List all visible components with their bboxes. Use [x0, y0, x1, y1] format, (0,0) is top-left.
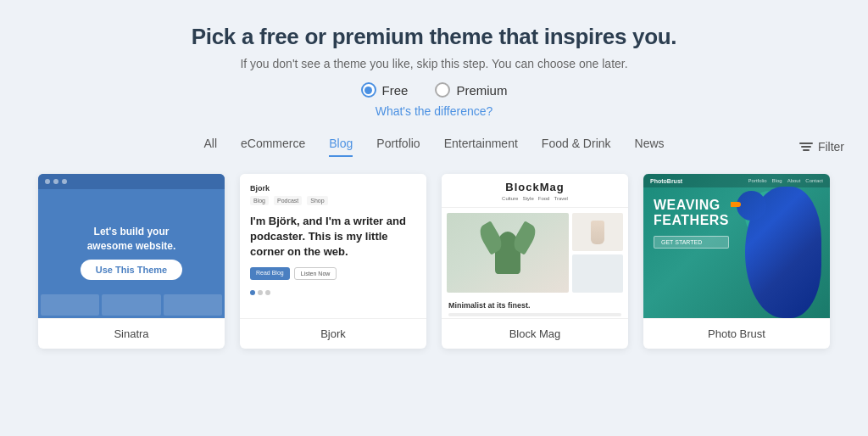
- theme-card-sinatra: Let's build yourawesome website. Use Thi…: [38, 174, 225, 349]
- tab-entertainment[interactable]: Entertainment: [444, 137, 518, 157]
- radio-premium-circle: [435, 82, 450, 98]
- tab-news[interactable]: News: [635, 137, 665, 157]
- radio-premium[interactable]: Premium: [435, 82, 507, 98]
- theme-type-radio-group: Free Premium: [361, 82, 508, 98]
- blockmag-caption: Minimalist at its finest.: [442, 298, 628, 313]
- filter-button[interactable]: Filter: [793, 137, 851, 157]
- blockmag-nav: Culture Style Food Travel: [452, 193, 618, 204]
- sinatra-grid-2: [102, 294, 160, 316]
- theme-card-blockmag: BlockMag Culture Style Food Travel: [442, 174, 628, 349]
- sinatra-dot-1: [45, 179, 50, 184]
- photobrust-nav-2: Blog: [772, 178, 782, 183]
- blockmag-sidebar-top: [572, 213, 623, 251]
- photobrust-content: WEAVINGFEATHERS GET STARTED: [654, 198, 729, 249]
- bjork-dots: [250, 290, 416, 295]
- bjork-btn-secondary[interactable]: Listen Now: [294, 267, 337, 280]
- tab-blog[interactable]: Blog: [329, 137, 353, 157]
- page-wrapper: Pick a free or premium theme that inspir…: [0, 0, 868, 436]
- bjork-heading: I'm Björk, and I'm a writer and podcaste…: [250, 214, 416, 260]
- bjork-logo: Bjork: [250, 184, 416, 193]
- blockmag-line-1: [448, 313, 621, 316]
- photobrust-header: PhotoBrust Portfolio Blog About Contact: [643, 174, 830, 187]
- bjork-nav-2: Podcast: [274, 196, 302, 205]
- photobrust-logo: PhotoBrust: [650, 178, 682, 184]
- photobrust-nav-3: About: [787, 178, 801, 183]
- blockmag-nav-4: Travel: [554, 196, 567, 201]
- photobrust-preview: PhotoBrust Portfolio Blog About Contact …: [643, 174, 830, 318]
- theme-card-photobrust: PhotoBrust Portfolio Blog About Contact …: [643, 174, 830, 349]
- blockmag-nav-3: Food: [538, 196, 550, 201]
- bjork-dot-2: [258, 290, 263, 295]
- sinatra-footer-grid: [38, 292, 225, 318]
- bjork-dot-3: [265, 290, 270, 295]
- radio-premium-label: Premium: [456, 83, 507, 98]
- tab-ecommerce[interactable]: eCommerce: [241, 137, 305, 157]
- filter-nav: All eCommerce Blog Portfolio Entertainme…: [17, 137, 851, 157]
- radio-free[interactable]: Free: [361, 82, 409, 98]
- bjork-button-row: Read Blog Listen Now: [250, 267, 416, 280]
- theme-card-bjork: Bjork Blog Podcast Shop I'm Björk, and I…: [240, 174, 426, 349]
- bird-beak: [731, 202, 741, 207]
- photobrust-nav-4: Contact: [805, 178, 823, 183]
- tab-portfolio[interactable]: Portfolio: [376, 137, 420, 157]
- sinatra-grid-1: [41, 294, 99, 316]
- blockmag-sidebar-bottom: [572, 254, 623, 293]
- sinatra-text: Let's build yourawesome website.: [87, 225, 176, 254]
- bjork-nav-1: Blog: [250, 196, 269, 205]
- sinatra-label: Sinatra: [38, 318, 225, 349]
- blockmag-hero-image: [447, 213, 569, 293]
- photobrust-cta-button[interactable]: GET STARTED: [654, 236, 729, 249]
- sinatra-grid-3: [164, 294, 222, 316]
- sinatra-dot-2: [53, 179, 58, 184]
- blockmag-sidebar: [572, 213, 623, 293]
- bjork-preview: Bjork Blog Podcast Shop I'm Björk, and I…: [240, 174, 426, 318]
- difference-link[interactable]: What's the difference?: [376, 104, 493, 118]
- photobrust-label: Photo Brust: [643, 318, 830, 349]
- blockmag-header: BlockMag Culture Style Food Travel: [442, 174, 628, 208]
- blockmag-label: Block Mag: [442, 318, 628, 349]
- radio-free-label: Free: [382, 83, 409, 98]
- sinatra-header-bar: [38, 174, 225, 189]
- photobrust-header-nav: Portfolio Blog About Contact: [748, 178, 823, 183]
- blockmag-nav-2: Style: [522, 196, 533, 201]
- sinatra-dot-3: [62, 179, 67, 184]
- blockmag-main: [442, 208, 628, 298]
- bjork-dot-1: [250, 290, 255, 295]
- bjork-nav: Blog Podcast Shop: [250, 196, 416, 205]
- photobrust-title: WEAVINGFEATHERS: [654, 198, 729, 227]
- bird-head: [737, 191, 766, 221]
- page-title: Pick a free or premium theme that inspir…: [192, 24, 677, 50]
- plant-icon: [495, 232, 520, 274]
- photobrust-nav-1: Portfolio: [748, 178, 767, 183]
- bjork-nav-3: Shop: [307, 196, 327, 205]
- nav-tabs: All eCommerce Blog Portfolio Entertainme…: [203, 137, 664, 157]
- filter-icon: [799, 143, 813, 151]
- tab-all[interactable]: All: [203, 137, 217, 157]
- blockmag-nav-1: Culture: [502, 196, 518, 201]
- blockmag-logo: BlockMag: [452, 181, 618, 193]
- radio-free-circle: [361, 82, 376, 98]
- photobrust-bird: [737, 187, 821, 318]
- themes-grid: Let's build yourawesome website. Use Thi…: [17, 174, 851, 349]
- vase-icon: [591, 221, 604, 244]
- sinatra-cta-button[interactable]: Use This Theme: [81, 260, 182, 280]
- sinatra-preview: Let's build yourawesome website. Use Thi…: [38, 174, 225, 318]
- blockmag-preview: BlockMag Culture Style Food Travel: [442, 174, 628, 318]
- blockmag-text-lines: [442, 313, 628, 318]
- bjork-label: Bjork: [240, 318, 426, 349]
- page-subtitle: If you don't see a theme you like, skip …: [240, 57, 627, 70]
- bjork-btn-primary[interactable]: Read Blog: [250, 267, 290, 280]
- tab-food-drink[interactable]: Food & Drink: [542, 137, 611, 157]
- blockmag-plant: [447, 213, 569, 293]
- sinatra-content: Let's build yourawesome website. Use Thi…: [81, 225, 182, 281]
- filter-label: Filter: [818, 140, 844, 154]
